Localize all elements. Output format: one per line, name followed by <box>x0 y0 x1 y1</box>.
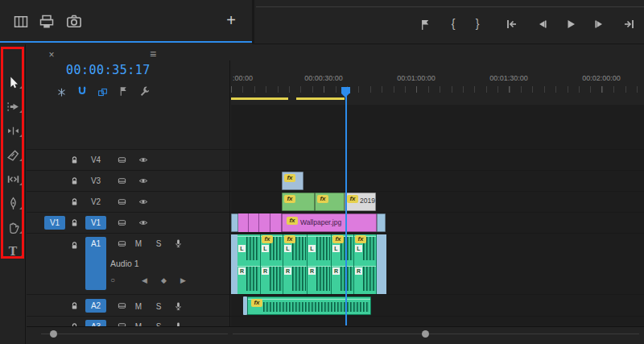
track-lock-icon[interactable] <box>69 218 79 228</box>
sync-lock-icon[interactable] <box>116 197 128 206</box>
track-lock-icon[interactable] <box>69 197 79 207</box>
snap-toggle-icon[interactable] <box>76 85 89 97</box>
video-clip[interactable]: fx <box>282 172 303 190</box>
track-lock-icon[interactable] <box>69 300 79 311</box>
fx-badge: fx <box>332 235 344 243</box>
source-patch-chip[interactable]: V1 <box>44 216 65 230</box>
sync-lock-icon[interactable] <box>116 218 128 227</box>
track-display-name[interactable]: Audio 1 <box>110 259 139 268</box>
video-clip-slice[interactable] <box>238 213 249 232</box>
tracks-scrollbar-track[interactable] <box>41 334 228 334</box>
play-button[interactable] <box>564 18 577 31</box>
go-to-in-button[interactable] <box>506 18 518 31</box>
channel-left-badge: L <box>238 245 246 252</box>
panel-close-button[interactable]: × <box>46 49 57 60</box>
track-lock-icon[interactable] <box>69 240 79 251</box>
video-clip-wallpaper[interactable]: fx Wallpaper.jpg <box>282 213 377 232</box>
audio-clip-segment[interactable]: L R <box>308 234 332 294</box>
playhead-handle[interactable] <box>341 87 350 93</box>
add-marker-button[interactable] <box>419 18 431 31</box>
panel-menu-button[interactable]: ≡ <box>147 48 159 60</box>
mute-button[interactable]: M <box>133 237 144 250</box>
timeline-settings-wrench-icon[interactable] <box>138 85 151 97</box>
video-clip[interactable]: fx <box>282 193 315 211</box>
audio-clip-segment[interactable]: fx L R <box>261 234 283 294</box>
divider-line <box>256 6 644 7</box>
button-editor-plus[interactable]: + <box>222 10 240 31</box>
channel-left-badge: L <box>332 245 340 252</box>
video-clip-fragment[interactable] <box>231 213 238 232</box>
overwrite-button[interactable] <box>37 13 56 31</box>
nest-toggle-icon[interactable] <box>55 85 68 98</box>
scrollbar-strip <box>27 326 644 340</box>
show-keyframes-icon[interactable]: ○ <box>110 276 115 284</box>
track-lock-icon[interactable] <box>69 176 79 186</box>
solo-button[interactable]: S <box>153 300 164 313</box>
fx-badge: fx <box>251 299 262 307</box>
playhead-timecode[interactable]: 00:00:35:17 <box>66 63 151 77</box>
sync-lock-icon[interactable] <box>116 239 128 248</box>
export-frame-button[interactable] <box>64 13 84 31</box>
mark-in-button[interactable]: { <box>447 16 460 31</box>
track-name[interactable]: A2 <box>85 299 106 313</box>
track-name[interactable]: V4 <box>85 153 106 167</box>
sync-lock-icon[interactable] <box>116 301 128 310</box>
next-keyframe-icon[interactable]: ▶ <box>180 276 186 284</box>
timeline-scrollbar-handle[interactable] <box>422 330 429 338</box>
audio-clip-segment[interactable]: L R <box>237 234 261 294</box>
sync-lock-icon[interactable] <box>116 155 128 164</box>
track-output-eye-icon[interactable] <box>137 218 150 227</box>
fx-badge: fx <box>262 235 273 243</box>
video-clip[interactable]: fx <box>315 193 345 211</box>
render-bar-segment <box>296 97 345 100</box>
video-clip-slice[interactable] <box>259 213 270 232</box>
go-to-out-button[interactable] <box>622 18 635 31</box>
clip-label: 2019 <box>360 197 375 205</box>
fx-badge: fx <box>347 195 358 203</box>
add-marker-icon[interactable] <box>117 85 130 97</box>
video-clip[interactable]: fx 2019 <box>345 193 376 211</box>
audio-clip-segment[interactable]: fx L R <box>283 234 308 294</box>
add-keyframe-icon[interactable]: ◆ <box>161 276 167 284</box>
monitor-controls-right: { } <box>254 0 644 44</box>
mark-out-button[interactable]: } <box>471 16 484 31</box>
channel-left-badge: L <box>262 245 269 252</box>
track-name[interactable]: V3 <box>85 174 106 188</box>
audio-clip-segment[interactable]: fx L R <box>354 234 377 294</box>
step-back-button[interactable] <box>535 18 548 31</box>
previous-keyframe-icon[interactable]: ◀ <box>142 276 147 284</box>
track-row-v3: V3 <box>27 171 644 192</box>
audio-clip-fragment[interactable] <box>377 234 386 294</box>
track-output-eye-icon[interactable] <box>137 176 150 185</box>
video-clip-fragment[interactable] <box>377 213 386 232</box>
solo-button[interactable]: S <box>153 237 164 250</box>
audio-clip-segment[interactable]: fx L R <box>332 234 354 294</box>
timeline-scrollbar-track[interactable] <box>233 334 639 334</box>
time-ruler[interactable]: :00:00 00:00:30:00 00:01:00:00 00:01:30:… <box>231 73 644 105</box>
audio-clip-fragment[interactable] <box>231 234 237 294</box>
mute-button[interactable]: M <box>133 300 144 313</box>
video-clip-slice[interactable] <box>270 213 282 232</box>
video-clip-slice[interactable] <box>249 213 259 232</box>
track-output-eye-icon[interactable] <box>137 197 150 206</box>
tracks-scrollbar-handle[interactable] <box>50 330 57 338</box>
linked-selection-icon[interactable] <box>96 85 109 98</box>
track-output-eye-icon[interactable] <box>137 155 150 164</box>
playhead-line[interactable] <box>345 95 347 325</box>
video-clip-group <box>238 213 282 232</box>
step-forward-button[interactable] <box>593 18 606 31</box>
voiceover-mic-icon[interactable] <box>173 237 183 249</box>
video-editor-screen: + { } T × ≡ 00:00:35:17 :00:00 00:00:30:… <box>0 0 644 344</box>
lift-button[interactable] <box>11 13 31 31</box>
channel-left-badge: L <box>308 245 316 252</box>
audio-clip-group: L R fx L R fx L R L R <box>231 234 386 294</box>
track-name[interactable]: V1 <box>85 216 106 230</box>
sync-lock-icon[interactable] <box>116 176 128 185</box>
track-lock-icon[interactable] <box>69 155 79 165</box>
ruler-label: 00:01:30:00 <box>481 74 537 82</box>
audio-clip[interactable]: fx <box>247 296 371 315</box>
track-name[interactable]: A1 <box>85 237 106 290</box>
header-content-divider <box>229 60 230 326</box>
voiceover-mic-icon[interactable] <box>173 300 183 312</box>
track-name[interactable]: V2 <box>85 195 106 209</box>
